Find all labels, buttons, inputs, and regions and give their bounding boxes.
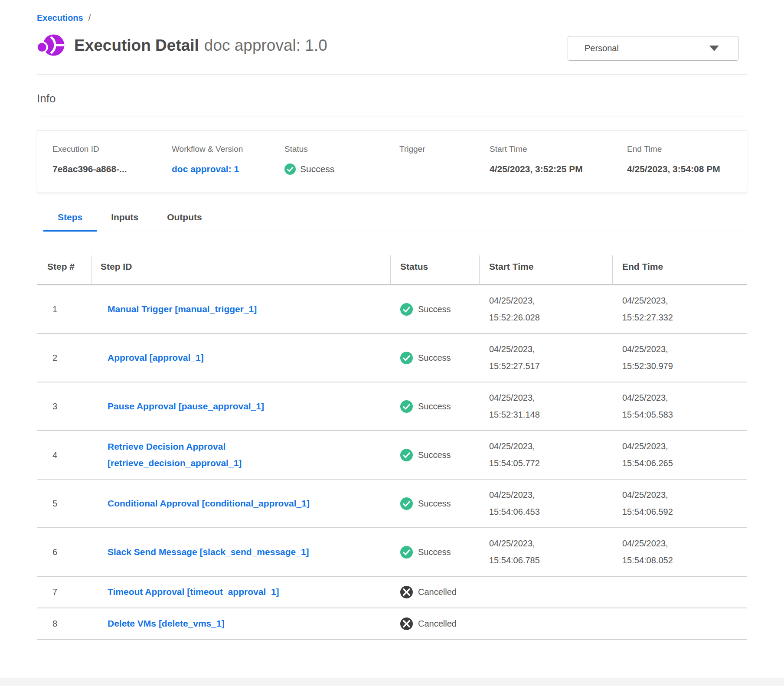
step-number: 1 (37, 304, 91, 314)
success-check-icon (400, 303, 413, 316)
step-link[interactable]: Timeout Approval [timeout_approval_1] (108, 587, 279, 597)
info-field-trigger: Trigger (399, 144, 490, 178)
steps-table-header: Step #Step IDStatusStart TimeEnd Time (37, 255, 747, 286)
status-text: Success (418, 304, 451, 314)
step-id-cell: Retrieve Decision Approval [retrieve_dec… (91, 438, 391, 472)
success-check-icon (400, 497, 413, 510)
step-id-cell: Slack Send Message [slack_send_message_1… (91, 544, 391, 561)
title-divider (37, 74, 747, 75)
info-card: Execution ID7e8ac396-a868-...Workflow & … (37, 130, 747, 193)
success-check-icon (400, 352, 413, 364)
cancelled-x-icon (400, 617, 413, 630)
breadcrumb: Executions / (37, 0, 747, 23)
info-field-value: 4/25/2023, 3:52:25 PM (490, 160, 585, 178)
status-cell: Cancelled (391, 617, 480, 630)
workflow-icon (37, 34, 65, 57)
status-text: Success (418, 547, 451, 557)
table-row: 8Delete VMs [delete_vms_1]Cancelled (37, 608, 747, 640)
status-text: Cancelled (418, 619, 457, 629)
info-field-status: StatusSuccess (284, 144, 399, 178)
steps-table-body: 1Manual Trigger [manual_trigger_1]Succes… (37, 285, 747, 640)
step-id-cell: Conditional Approval [conditional_approv… (91, 495, 391, 512)
step-link[interactable]: Delete VMs [delete_vms_1] (108, 618, 225, 628)
status-cell: Success (391, 497, 480, 510)
status-cell: Success (391, 546, 480, 559)
end-time-cell: 04/25/2023, 15:54:06.592 (613, 487, 747, 520)
step-id-cell: Timeout Approval [timeout_approval_1] (91, 584, 391, 601)
status-cell: Success (391, 400, 480, 413)
steps-table: Step #Step IDStatusStart TimeEnd Time 1M… (37, 255, 747, 640)
status-text: Success (418, 450, 451, 460)
table-row: 3Pause Approval [pause_approval_1]Succes… (37, 382, 747, 431)
success-check-icon (400, 449, 413, 461)
column-header-status: Status (391, 255, 480, 284)
start-time-cell: 04/25/2023, 15:52:26.028 (480, 292, 613, 326)
table-row: 1Manual Trigger [manual_trigger_1]Succes… (37, 285, 747, 334)
info-field-value: 4/25/2023, 3:54:08 PM (627, 160, 722, 178)
info-heading: Info (37, 92, 747, 105)
status-cell: Success (391, 352, 480, 364)
info-field-start-time: Start Time4/25/2023, 3:52:25 PM (490, 144, 627, 178)
tab-outputs[interactable]: Outputs (153, 212, 216, 231)
step-link[interactable]: Conditional Approval [conditional_approv… (108, 498, 310, 508)
info-field-label: Status (284, 144, 399, 154)
step-link[interactable]: Slack Send Message [slack_send_message_1… (108, 547, 309, 557)
step-number: 2 (37, 353, 91, 363)
tab-inputs[interactable]: Inputs (97, 212, 153, 231)
info-field-value: 7e8ac396-a868-... (52, 160, 148, 178)
chevron-down-icon (709, 46, 719, 51)
table-row: 6Slack Send Message [slack_send_message_… (37, 528, 747, 577)
execution-status: Success (284, 160, 399, 178)
step-number: 6 (37, 547, 91, 557)
success-check-icon (284, 163, 296, 175)
status-cell: Cancelled (391, 586, 480, 598)
column-header-step: Step # (37, 255, 91, 284)
end-time-cell: 04/25/2023, 15:54:05.583 (613, 389, 747, 423)
page-title: Execution Detail (74, 36, 199, 54)
table-row: 5Conditional Approval [conditional_appro… (37, 480, 747, 528)
breadcrumb-executions-link[interactable]: Executions (37, 13, 83, 23)
page-subtitle: doc approval: 1.0 (204, 36, 327, 54)
workspace-dropdown-value: Personal (585, 43, 619, 53)
step-number: 5 (37, 499, 91, 509)
status-cell: Success (391, 449, 480, 461)
table-row: 4Retrieve Decision Approval [retrieve_de… (37, 431, 747, 480)
info-field-label: Workflow & Version (172, 144, 284, 154)
workspace-dropdown[interactable]: Personal (568, 36, 738, 61)
step-link[interactable]: Retrieve Decision Approval [retrieve_dec… (108, 441, 242, 468)
page-title-group: Execution Detaildoc approval: 1.0 (74, 36, 327, 55)
info-divider (37, 117, 747, 117)
footer-strip (0, 678, 784, 686)
breadcrumb-separator: / (88, 13, 91, 23)
start-time-cell: 04/25/2023, 15:52:27.517 (480, 341, 613, 375)
info-field-end-time: End Time4/25/2023, 3:54:08 PM (627, 144, 747, 178)
step-number: 4 (37, 450, 91, 460)
info-field-label: Start Time (490, 144, 627, 154)
step-link[interactable]: Pause Approval [pause_approval_1] (108, 401, 264, 411)
start-time-cell: 04/25/2023, 15:54:05.772 (480, 438, 613, 472)
step-id-cell: Manual Trigger [manual_trigger_1] (91, 301, 391, 318)
column-header-end-time: End Time (613, 255, 747, 284)
table-row: 2Approval [approval_1]Success04/25/2023,… (37, 334, 747, 382)
workflow-version-link[interactable]: doc approval: 1 (172, 164, 239, 174)
step-link[interactable]: Approval [approval_1] (108, 353, 204, 363)
info-field-workflow-version: Workflow & Versiondoc approval: 1 (172, 144, 284, 178)
info-field-label: Execution ID (52, 144, 172, 154)
table-row: 7Timeout Approval [timeout_approval_1]Ca… (37, 577, 747, 608)
start-time-cell: 04/25/2023, 15:54:06.785 (480, 535, 613, 569)
title-row: Execution Detaildoc approval: 1.0 Person… (37, 33, 747, 58)
status-text: Success (418, 499, 451, 509)
status-text: Success (418, 402, 451, 412)
end-time-cell: 04/25/2023, 15:54:08.052 (613, 535, 747, 569)
success-check-icon (400, 400, 413, 413)
step-number: 3 (37, 402, 91, 412)
tab-steps[interactable]: Steps (43, 212, 97, 232)
execution-status-text: Success (300, 160, 334, 178)
step-id-cell: Delete VMs [delete_vms_1] (91, 615, 391, 632)
execution-detail-page: Executions / Execution Detaildoc approva… (37, 0, 747, 640)
start-time-cell: 04/25/2023, 15:54:06.453 (480, 487, 613, 520)
info-field-execution-id: Execution ID7e8ac396-a868-... (52, 144, 172, 178)
step-link[interactable]: Manual Trigger [manual_trigger_1] (108, 304, 257, 314)
cancelled-x-icon (400, 586, 413, 598)
end-time-cell: 04/25/2023, 15:52:30.979 (613, 341, 747, 375)
